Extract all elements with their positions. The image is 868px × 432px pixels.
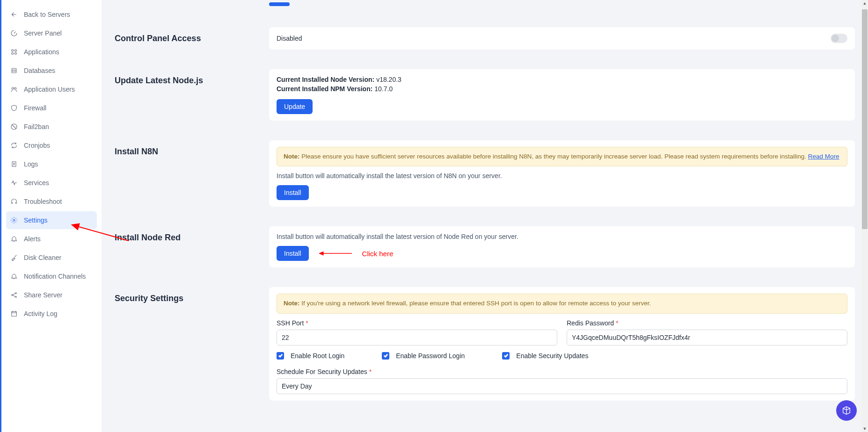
arrow-annotation-icon (319, 250, 352, 257)
click-here-annotation: Click here (362, 250, 394, 258)
apps-icon (10, 48, 18, 56)
sidebar-item-disk-cleaner[interactable]: Disk Cleaner (6, 249, 97, 266)
sidebar-item-settings[interactable]: Settings (6, 211, 97, 229)
read-more-link[interactable]: Read More (808, 153, 839, 160)
ssh-port-input[interactable] (277, 330, 557, 346)
scroll-up-icon[interactable]: ▲ (861, 0, 868, 7)
section-update-node: Update Latest Node.js Current Installed … (115, 69, 855, 121)
security-note: Note: If you're using a network level fi… (277, 294, 847, 313)
enable-security-updates-checkbox[interactable] (502, 352, 510, 360)
sidebar-item-share-server[interactable]: Share Server (6, 286, 97, 304)
sidebar-item-label: Fail2ban (24, 123, 49, 130)
sidebar-item-label: Alerts (24, 235, 41, 243)
n8n-description: Install button will automatically instal… (277, 172, 847, 180)
sidebar-item-activity-log[interactable]: Activity Log (6, 305, 97, 323)
sidebar-item-label: Databases (24, 67, 55, 74)
sidebar-item-label: Services (24, 179, 49, 187)
sidebar: Back to Servers Server Panel Application… (0, 0, 102, 432)
sidebar-item-cronjobs[interactable]: Cronjobs (6, 137, 97, 154)
sidebar-item-label: Troubleshoot (24, 198, 62, 205)
sidebar-item-notification-channels[interactable]: Notification Channels (6, 267, 97, 285)
section-title: Install Node Red (115, 226, 255, 267)
section-title: Security Settings (115, 287, 255, 400)
note-prefix: Note: (284, 153, 300, 160)
node-version-label: Current Installed Node Version: (277, 76, 374, 83)
n8n-note: Note: Please ensure you have sufficient … (277, 147, 847, 166)
refresh-icon (10, 141, 18, 150)
update-button[interactable]: Update (277, 99, 313, 114)
svg-rect-13 (12, 311, 17, 316)
install-n8n-button[interactable]: Install (277, 185, 309, 200)
sidebar-item-databases[interactable]: Databases (6, 62, 97, 79)
sidebar-item-back[interactable]: Back to Servers (6, 6, 97, 23)
help-fab[interactable] (836, 400, 857, 421)
section-install-n8n: Install N8N Note: Please ensure you have… (115, 140, 855, 207)
sidebar-item-label: Settings (24, 216, 48, 224)
section-title: Update Latest Node.js (115, 69, 255, 121)
sidebar-item-label: Firewall (24, 104, 46, 112)
scroll-down-icon[interactable]: ▼ (861, 425, 868, 432)
control-panel-status: Disabled (277, 35, 302, 42)
redis-password-input[interactable] (567, 330, 847, 346)
enable-root-login-checkbox[interactable] (277, 352, 284, 360)
note-prefix: Note: (284, 300, 300, 307)
note-text: Please ensure you have sufficient server… (300, 153, 808, 160)
scrollbar-thumb[interactable] (862, 9, 868, 229)
scrollbar[interactable]: ▲ ▼ (861, 0, 868, 432)
node-version-value: v18.20.3 (374, 76, 401, 83)
checkbox-label: Enable Root Login (291, 352, 344, 360)
sidebar-item-label: Cronjobs (24, 142, 50, 149)
headset-icon (10, 197, 18, 206)
sidebar-item-logs[interactable]: Logs (6, 155, 97, 173)
control-panel-toggle[interactable] (831, 34, 847, 43)
share-icon (10, 291, 18, 299)
brush-icon (10, 253, 18, 262)
ssh-port-label: SSH Port * (277, 319, 557, 327)
sidebar-item-firewall[interactable]: Firewall (6, 99, 97, 117)
svg-rect-4 (12, 68, 16, 72)
npm-version-label: Current Installed NPM Version: (277, 85, 372, 93)
sidebar-item-alerts[interactable]: Alerts (6, 230, 97, 248)
sidebar-item-label: Disk Cleaner (24, 254, 61, 261)
ban-icon (10, 122, 18, 131)
svg-point-3 (15, 52, 16, 54)
cube-icon (841, 405, 852, 416)
sidebar-item-applications[interactable]: Applications (6, 43, 97, 61)
sidebar-item-label: Back to Servers (24, 11, 70, 18)
section-title: Install N8N (115, 140, 255, 207)
sidebar-item-services[interactable]: Services (6, 174, 97, 192)
bell-icon (10, 235, 18, 243)
svg-point-1 (15, 50, 16, 51)
gauge-icon (10, 29, 18, 37)
sidebar-item-server-panel[interactable]: Server Panel (6, 24, 97, 42)
section-security: Security Settings Note: If you're using … (115, 287, 855, 400)
arrow-left-icon (10, 10, 18, 19)
heartbeat-icon (10, 179, 18, 187)
gear-icon (10, 216, 18, 224)
shield-icon (10, 104, 18, 112)
sidebar-item-label: Logs (24, 160, 38, 168)
sidebar-item-fail2ban[interactable]: Fail2ban (6, 118, 97, 136)
svg-point-5 (12, 87, 14, 89)
svg-point-2 (12, 52, 14, 54)
install-nodered-button[interactable]: Install (277, 246, 309, 261)
enable-password-login-checkbox[interactable] (382, 352, 389, 360)
redis-password-label: Redis Password * (567, 319, 847, 327)
svg-point-9 (13, 219, 15, 221)
users-icon (10, 85, 18, 94)
sidebar-item-troubleshoot[interactable]: Troubleshoot (6, 193, 97, 210)
note-text: If you're using a network level firewall… (300, 300, 651, 307)
svg-point-0 (12, 50, 14, 51)
main-content: Control Panel Access Disabled Update Lat… (102, 0, 868, 432)
sidebar-item-label: Activity Log (24, 310, 58, 317)
partial-button[interactable] (269, 2, 290, 6)
file-icon (10, 160, 18, 168)
svg-point-12 (15, 296, 17, 298)
checkbox-label: Enable Security Updates (516, 352, 588, 360)
schedule-select[interactable]: Every Day (277, 378, 847, 394)
bell-icon (10, 272, 18, 281)
sidebar-item-app-users[interactable]: Application Users (6, 80, 97, 98)
section-title: Control Panel Access (115, 27, 255, 50)
sidebar-item-label: Application Users (24, 86, 75, 93)
schedule-label: Schedule For Security Updates * (277, 368, 847, 375)
